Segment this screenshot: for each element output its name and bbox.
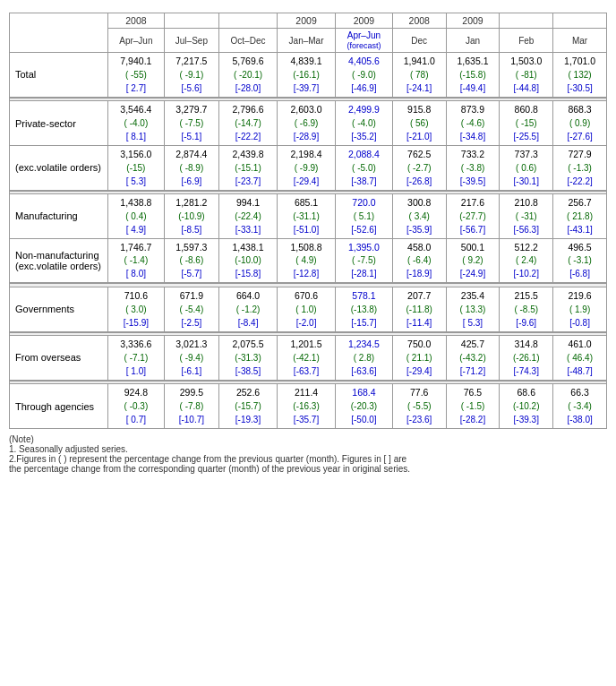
data-cell: 924.8 ( -0.3) [ 0.7] xyxy=(108,384,165,429)
table-row: Private-sector 3,546.4 ( -4.0) [ 8.1] 3,… xyxy=(10,101,607,146)
col5-header: 2009 xyxy=(336,13,393,29)
data-cell: 215.5 ( -8.5) [-9.6] xyxy=(500,287,553,331)
data-cell: 1,234.5 ( 2.8) [-63.6] xyxy=(336,336,393,381)
data-cell: 1,635.1 (-15.8) [-49.4] xyxy=(446,53,500,98)
data-cell: 750.0 ( 21.1) [-29.4] xyxy=(392,336,446,381)
table-row: (exc.volatile orders) 3,156.0 (-15) [ 5.… xyxy=(10,145,607,190)
empty-header xyxy=(10,13,108,53)
row-label: Governments xyxy=(10,287,108,331)
data-cell: 217.6 (-27.7) [-56.7] xyxy=(446,194,500,239)
col7-header: 2009 xyxy=(446,13,500,29)
col6-header: 2008 xyxy=(392,13,446,29)
col2-sub: Jul–Sep xyxy=(164,29,218,53)
col7-sub: Jan xyxy=(446,29,500,53)
col1-header: 2008 xyxy=(108,13,165,29)
note-line: (Note) xyxy=(9,434,607,444)
data-cell: 671.9 ( -5.4) [-2.5] xyxy=(164,287,218,331)
data-cell: 3,156.0 (-15) [ 5.3] xyxy=(108,145,165,190)
main-table: 2008 2009 2009 2008 2009 Apr–Jun Jul–Sep… xyxy=(9,13,607,429)
data-cell: 256.7 ( 21.8) [-43.1] xyxy=(553,194,607,239)
col5-sub: Apr–Jun(forecast) xyxy=(336,29,393,53)
data-cell: 235.4 ( 13.3) [ 5.3] xyxy=(446,287,500,331)
header-row-1: 2008 2009 2009 2008 2009 xyxy=(10,13,607,29)
data-cell: 3,336.6 ( -7.1) [ 1.0] xyxy=(108,336,165,381)
data-cell: 252.6 (-15.7) [-19.3] xyxy=(219,384,278,429)
data-cell: 2,499.9 ( -4.0) [-35.2] xyxy=(336,101,393,146)
data-cell: 299.5 ( -7.8) [-10.7] xyxy=(164,384,218,429)
row-label: Through agencies xyxy=(10,384,108,429)
data-cell: 211.4 (-16.3) [-35.7] xyxy=(278,384,336,429)
note-line: the percentage change from the correspon… xyxy=(9,464,607,474)
col2-header xyxy=(164,13,218,29)
data-cell: 578.1 (-13.8) [-15.7] xyxy=(336,287,393,331)
col4-sub: Jan–Mar xyxy=(278,29,336,53)
data-cell: 500.1 ( 9.2) [-24.9] xyxy=(446,238,500,283)
note-line: 2.Figures in ( ) represent the percentag… xyxy=(9,454,607,464)
data-cell: 77.6 ( -5.5) [-23.6] xyxy=(392,384,446,429)
row-label: (exc.volatile orders) xyxy=(10,145,108,190)
data-cell: 68.6 (-10.2) [-39.3] xyxy=(500,384,553,429)
data-cell: 207.7 (-11.8) [-11.4] xyxy=(392,287,446,331)
data-cell: 994.1 (-22.4) [-33.1] xyxy=(219,194,278,239)
data-cell: 664.0 ( -1.2) [-8.4] xyxy=(219,287,278,331)
data-cell: 727.9 ( -1.3) [-22.2] xyxy=(553,145,607,190)
data-cell: 2,198.4 ( -9.9) [-29.4] xyxy=(278,145,336,190)
col9-header xyxy=(553,13,607,29)
row-label: Total xyxy=(10,53,108,98)
data-cell: 496.5 ( -3.1) [-6.8] xyxy=(553,238,607,283)
data-cell: 210.8 ( -31) [-56.3] xyxy=(500,194,553,239)
row-label: From overseas xyxy=(10,336,108,381)
data-cell: 461.0 ( 46.4) [-48.7] xyxy=(553,336,607,381)
col3-header xyxy=(219,13,278,29)
data-cell: 2,874.4 ( -8.9) [-6.9] xyxy=(164,145,218,190)
col9-sub: Mar xyxy=(553,29,607,53)
data-cell: 168.4 (-20.3) [-50.0] xyxy=(336,384,393,429)
table-row: From overseas 3,336.6 ( -7.1) [ 1.0] 3,0… xyxy=(10,336,607,381)
data-cell: 314.8 (-26.1) [-74.3] xyxy=(500,336,553,381)
data-cell: 720.0 ( 5.1) [-52.6] xyxy=(336,194,393,239)
data-cell: 710.6 ( 3.0) [-15.9] xyxy=(108,287,165,331)
data-cell: 458.0 ( -6.4) [-18.9] xyxy=(392,238,446,283)
data-cell: 860.8 ( -15) [-25.5] xyxy=(500,101,553,146)
data-cell: 3,021.3 ( -9.4) [-6.1] xyxy=(164,336,218,381)
data-cell: 873.9 ( -4.6) [-34.8] xyxy=(446,101,500,146)
data-cell: 1,508.8 ( 4.9) [-12.8] xyxy=(278,238,336,283)
data-cell: 1,201.5 (-42.1) [-63.7] xyxy=(278,336,336,381)
data-cell: 868.3 ( 0.9) [-27.6] xyxy=(553,101,607,146)
data-cell: 1,746.7 ( -1.4) [ 8.0] xyxy=(108,238,165,283)
data-cell: 1,701.0 ( 132) [-30.5] xyxy=(553,53,607,98)
data-cell: 737.3 ( 0.6) [-30.1] xyxy=(500,145,553,190)
data-cell: 733.2 ( -3.8) [-39.5] xyxy=(446,145,500,190)
data-cell: 1,438.8 ( 0.4) [ 4.9] xyxy=(108,194,165,239)
col1-sub: Apr–Jun xyxy=(108,29,165,53)
data-cell: 1,597.3 ( -8.6) [-5.7] xyxy=(164,238,218,283)
data-cell: 76.5 ( -1.5) [-28.2] xyxy=(446,384,500,429)
table-row: Through agencies 924.8 ( -0.3) [ 0.7] 29… xyxy=(10,384,607,429)
data-cell: 2,439.8 (-15.1) [-23.7] xyxy=(219,145,278,190)
data-cell: 2,075.5 (-31.3) [-38.5] xyxy=(219,336,278,381)
data-cell: 300.8 ( 3.4) [-35.9] xyxy=(392,194,446,239)
table-row: Manufacturing 1,438.8 ( 0.4) [ 4.9] 1,28… xyxy=(10,194,607,239)
data-cell: 5,769.6 ( -20.1) [-28.0] xyxy=(219,53,278,98)
table-row: Total 7,940.1 ( -55) [ 2.7] 7,217.5 ( -9… xyxy=(10,53,607,98)
data-cell: 915.8 ( 56) [-21.0] xyxy=(392,101,446,146)
col3-sub: Oct–Dec xyxy=(219,29,278,53)
row-label: Non-manufacturing(exc.volatile orders) xyxy=(10,238,108,283)
data-cell: 3,546.4 ( -4.0) [ 8.1] xyxy=(108,101,165,146)
note-line: 1. Seasonally adjusted series. xyxy=(9,444,607,454)
table-row: Non-manufacturing(exc.volatile orders) 1… xyxy=(10,238,607,283)
data-cell: 219.6 ( 1.9) [-0.8] xyxy=(553,287,607,331)
data-cell: 1,281.2 (-10.9) [-8.5] xyxy=(164,194,218,239)
data-cell: 1,395.0 ( -7.5) [-28.1] xyxy=(336,238,393,283)
col4-header: 2009 xyxy=(278,13,336,29)
data-cell: 7,217.5 ( -9.1) [-5.6] xyxy=(164,53,218,98)
data-cell: 2,603.0 ( -6.9) [-28.9] xyxy=(278,101,336,146)
row-label: Private-sector xyxy=(10,101,108,146)
data-cell: 670.6 ( 1.0) [-2.0] xyxy=(278,287,336,331)
data-cell: 685.1 (-31.1) [-51.0] xyxy=(278,194,336,239)
data-cell: 4,405.6 ( -9.0) [-46.9] xyxy=(336,53,393,98)
col8-sub: Feb xyxy=(500,29,553,53)
data-cell: 512.2 ( 2.4) [-10.2] xyxy=(500,238,553,283)
col8-header xyxy=(500,13,553,29)
data-cell: 2,088.4 ( -5.0) [-38.7] xyxy=(336,145,393,190)
